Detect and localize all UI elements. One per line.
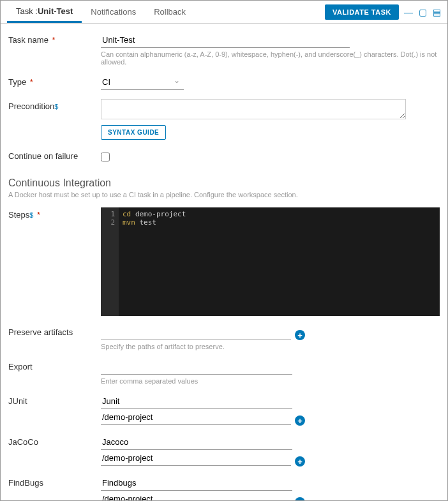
syntax-guide-button[interactable]: SYNTAX GUIDE: [101, 125, 166, 140]
preserve-help: Specify the paths of artifact to preserv…: [101, 343, 440, 350]
add-jacoco-icon[interactable]: +: [295, 456, 305, 467]
tab-task[interactable]: Task :Unit-Test: [7, 1, 82, 23]
row-type: Type *: [8, 75, 440, 90]
steps-label: Steps$ *: [8, 207, 101, 220]
header-actions: VALIDATE TASK — ▢ ▤: [325, 4, 441, 20]
ci-section-title: Continuous Integration: [8, 177, 440, 189]
code-gutter: 1 2: [101, 207, 119, 316]
dock-icon[interactable]: ▤: [432, 8, 441, 17]
steps-code-editor[interactable]: 1 2 cd demo-project mvn test: [101, 207, 440, 316]
task-editor-panel: Task :Unit-Test Notifications Rollback V…: [0, 0, 448, 501]
row-task-name: Task name * Can contain alphanumeric (a-…: [8, 33, 440, 66]
findbugs-path-input[interactable]: [101, 491, 291, 500]
maximize-icon[interactable]: ▢: [418, 8, 427, 17]
required-marker: *: [50, 35, 56, 45]
type-select[interactable]: [101, 75, 184, 90]
tab-task-prefix: Task :: [16, 6, 38, 16]
minimize-icon[interactable]: —: [404, 8, 413, 17]
preserve-label: Preserve artifacts: [8, 325, 101, 337]
row-preserve-artifacts: Preserve artifacts + Specify the paths o…: [8, 325, 440, 350]
form-content[interactable]: Task name * Can contain alphanumeric (a-…: [1, 24, 447, 500]
row-continue-on-failure: Continue on failure: [8, 149, 440, 163]
required-marker: *: [34, 210, 40, 220]
findbugs-label: FindBugs: [8, 475, 101, 488]
jacoco-label: JaCoCo: [8, 435, 101, 447]
variable-icon[interactable]: $: [29, 211, 33, 219]
jacoco-name-input[interactable]: [101, 435, 292, 450]
continue-on-failure-checkbox[interactable]: [101, 153, 110, 161]
junit-path-input[interactable]: [101, 410, 291, 425]
row-junit: JUnit +: [8, 394, 440, 426]
precondition-label: Precondition$: [8, 99, 101, 111]
add-findbugs-icon[interactable]: +: [295, 497, 305, 500]
header-bar: Task :Unit-Test Notifications Rollback V…: [1, 1, 447, 24]
code-body[interactable]: cd demo-project mvn test: [119, 207, 440, 316]
task-name-help: Can contain alphanumeric (a-z, A-Z, 0-9)…: [101, 50, 440, 66]
continue-label: Continue on failure: [8, 149, 101, 161]
type-label: Type *: [8, 75, 101, 87]
tab-task-name: Unit-Test: [38, 6, 73, 16]
row-export: Export Enter comma separated values: [8, 359, 440, 385]
preserve-artifacts-input[interactable]: [101, 325, 291, 340]
export-input[interactable]: [101, 359, 292, 375]
findbugs-name-input[interactable]: [101, 475, 292, 491]
row-steps: Steps$ * 1 2 cd demo-project mvn test: [8, 207, 440, 316]
tab-rollback[interactable]: Rollback: [145, 2, 195, 22]
jacoco-path-input[interactable]: [101, 451, 291, 466]
line-number: 2: [105, 218, 115, 227]
row-findbugs: FindBugs +: [8, 475, 440, 500]
variable-icon[interactable]: $: [54, 103, 58, 110]
line-number: 1: [105, 210, 115, 218]
task-name-label: Task name *: [8, 33, 101, 45]
export-label: Export: [8, 359, 101, 371]
row-precondition: Precondition$ SYNTAX GUIDE: [8, 99, 440, 140]
tab-notifications[interactable]: Notifications: [82, 2, 145, 22]
task-name-input[interactable]: [101, 33, 350, 48]
junit-label: JUnit: [8, 394, 101, 406]
add-artifact-icon[interactable]: +: [295, 330, 305, 340]
add-junit-icon[interactable]: +: [295, 415, 305, 426]
ci-section-desc: A Docker host must be set up to use a CI…: [8, 191, 440, 198]
export-help: Enter comma separated values: [101, 377, 440, 385]
required-marker: *: [27, 77, 33, 87]
row-jacoco: JaCoCo +: [8, 435, 440, 467]
junit-name-input[interactable]: [101, 394, 292, 409]
precondition-input[interactable]: [101, 99, 406, 119]
validate-task-button[interactable]: VALIDATE TASK: [325, 4, 399, 20]
